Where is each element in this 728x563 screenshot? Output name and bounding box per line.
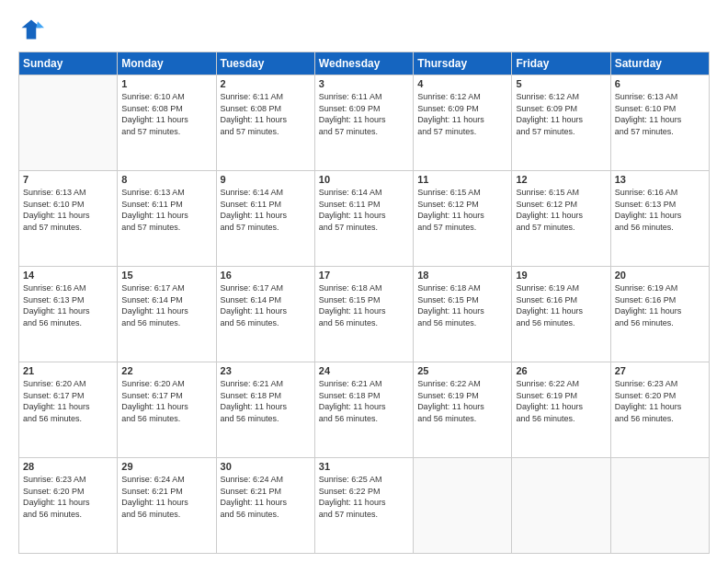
calendar-header: SundayMondayTuesdayWednesdayThursdayFrid… [19, 52, 710, 75]
day-info: Sunrise: 6:23 AM Sunset: 6:20 PM Dayligh… [23, 474, 113, 520]
day-info: Sunrise: 6:11 AM Sunset: 6:09 PM Dayligh… [319, 91, 409, 137]
day-info: Sunrise: 6:20 AM Sunset: 6:17 PM Dayligh… [23, 378, 113, 424]
day-number: 29 [121, 461, 211, 472]
day-info: Sunrise: 6:24 AM Sunset: 6:21 PM Dayligh… [221, 474, 311, 520]
day-number: 28 [23, 461, 113, 472]
day-number: 3 [319, 78, 409, 89]
weekday-header-row: SundayMondayTuesdayWednesdayThursdayFrid… [19, 52, 710, 75]
week-row-2: 7Sunrise: 6:13 AM Sunset: 6:10 PM Daylig… [19, 171, 710, 267]
calendar-cell: 22Sunrise: 6:20 AM Sunset: 6:17 PM Dayli… [118, 362, 216, 458]
day-info: Sunrise: 6:24 AM Sunset: 6:21 PM Dayligh… [121, 474, 211, 520]
day-number: 14 [23, 270, 113, 281]
day-info: Sunrise: 6:11 AM Sunset: 6:08 PM Dayligh… [221, 91, 311, 137]
calendar-cell: 28Sunrise: 6:23 AM Sunset: 6:20 PM Dayli… [19, 458, 118, 554]
calendar-cell: 2Sunrise: 6:11 AM Sunset: 6:08 PM Daylig… [216, 75, 314, 171]
calendar-cell: 13Sunrise: 6:16 AM Sunset: 6:13 PM Dayli… [610, 171, 709, 267]
svg-marker-1 [36, 21, 44, 28]
calendar-table: SundayMondayTuesdayWednesdayThursdayFrid… [18, 52, 710, 554]
calendar-cell: 16Sunrise: 6:17 AM Sunset: 6:14 PM Dayli… [216, 267, 314, 362]
day-number: 22 [121, 365, 211, 376]
day-info: Sunrise: 6:18 AM Sunset: 6:15 PM Dayligh… [417, 282, 507, 328]
calendar-cell: 26Sunrise: 6:22 AM Sunset: 6:19 PM Dayli… [512, 362, 610, 458]
calendar-cell: 4Sunrise: 6:12 AM Sunset: 6:09 PM Daylig… [414, 75, 512, 171]
calendar-cell: 12Sunrise: 6:15 AM Sunset: 6:12 PM Dayli… [512, 171, 610, 267]
day-info: Sunrise: 6:25 AM Sunset: 6:22 PM Dayligh… [319, 474, 409, 520]
calendar-cell: 5Sunrise: 6:12 AM Sunset: 6:09 PM Daylig… [512, 75, 610, 171]
week-row-5: 28Sunrise: 6:23 AM Sunset: 6:20 PM Dayli… [19, 458, 710, 554]
calendar-cell: 1Sunrise: 6:10 AM Sunset: 6:08 PM Daylig… [118, 75, 216, 171]
day-number: 15 [121, 270, 211, 281]
week-row-3: 14Sunrise: 6:16 AM Sunset: 6:13 PM Dayli… [19, 267, 710, 362]
day-number: 26 [516, 365, 606, 376]
calendar-cell: 9Sunrise: 6:14 AM Sunset: 6:11 PM Daylig… [216, 171, 314, 267]
page: SundayMondayTuesdayWednesdayThursdayFrid… [0, 0, 728, 563]
calendar-cell: 21Sunrise: 6:20 AM Sunset: 6:17 PM Dayli… [19, 362, 118, 458]
calendar-cell: 20Sunrise: 6:19 AM Sunset: 6:16 PM Dayli… [610, 267, 709, 362]
day-number: 10 [319, 174, 409, 185]
day-info: Sunrise: 6:19 AM Sunset: 6:16 PM Dayligh… [615, 282, 705, 328]
day-info: Sunrise: 6:17 AM Sunset: 6:14 PM Dayligh… [121, 282, 211, 328]
day-number: 31 [319, 461, 409, 472]
day-info: Sunrise: 6:23 AM Sunset: 6:20 PM Dayligh… [615, 378, 705, 424]
day-info: Sunrise: 6:21 AM Sunset: 6:18 PM Dayligh… [319, 378, 409, 424]
calendar-cell: 23Sunrise: 6:21 AM Sunset: 6:18 PM Dayli… [216, 362, 314, 458]
day-info: Sunrise: 6:20 AM Sunset: 6:17 PM Dayligh… [121, 378, 211, 424]
calendar-cell: 11Sunrise: 6:15 AM Sunset: 6:12 PM Dayli… [414, 171, 512, 267]
day-info: Sunrise: 6:16 AM Sunset: 6:13 PM Dayligh… [23, 282, 113, 328]
day-info: Sunrise: 6:13 AM Sunset: 6:10 PM Dayligh… [23, 187, 113, 233]
day-info: Sunrise: 6:12 AM Sunset: 6:09 PM Dayligh… [417, 91, 507, 137]
day-number: 20 [615, 270, 705, 281]
day-number: 24 [319, 365, 409, 376]
day-info: Sunrise: 6:16 AM Sunset: 6:13 PM Dayligh… [615, 187, 705, 233]
calendar-cell: 24Sunrise: 6:21 AM Sunset: 6:18 PM Dayli… [314, 362, 413, 458]
day-number: 9 [221, 174, 311, 185]
calendar-cell [512, 458, 610, 554]
day-info: Sunrise: 6:13 AM Sunset: 6:11 PM Dayligh… [121, 187, 211, 233]
calendar-cell: 31Sunrise: 6:25 AM Sunset: 6:22 PM Dayli… [314, 458, 413, 554]
logo [18, 17, 48, 42]
day-number: 11 [417, 174, 507, 185]
day-number: 4 [417, 78, 507, 89]
calendar-cell [610, 458, 709, 554]
day-info: Sunrise: 6:18 AM Sunset: 6:15 PM Dayligh… [319, 282, 409, 328]
weekday-header-monday: Monday [118, 52, 216, 75]
day-info: Sunrise: 6:12 AM Sunset: 6:09 PM Dayligh… [516, 91, 606, 137]
day-info: Sunrise: 6:10 AM Sunset: 6:08 PM Dayligh… [121, 91, 211, 137]
weekday-header-tuesday: Tuesday [216, 52, 314, 75]
day-info: Sunrise: 6:14 AM Sunset: 6:11 PM Dayligh… [319, 187, 409, 233]
week-row-4: 21Sunrise: 6:20 AM Sunset: 6:17 PM Dayli… [19, 362, 710, 458]
day-number: 5 [516, 78, 606, 89]
day-number: 7 [23, 174, 113, 185]
day-number: 13 [615, 174, 705, 185]
day-info: Sunrise: 6:14 AM Sunset: 6:11 PM Dayligh… [221, 187, 311, 233]
day-number: 17 [319, 270, 409, 281]
logo-icon [18, 17, 44, 42]
weekday-header-saturday: Saturday [610, 52, 709, 75]
day-number: 21 [23, 365, 113, 376]
day-number: 12 [516, 174, 606, 185]
calendar-cell: 3Sunrise: 6:11 AM Sunset: 6:09 PM Daylig… [314, 75, 413, 171]
calendar-cell: 25Sunrise: 6:22 AM Sunset: 6:19 PM Dayli… [414, 362, 512, 458]
weekday-header-friday: Friday [512, 52, 610, 75]
day-number: 18 [417, 270, 507, 281]
calendar-cell: 14Sunrise: 6:16 AM Sunset: 6:13 PM Dayli… [19, 267, 118, 362]
day-info: Sunrise: 6:13 AM Sunset: 6:10 PM Dayligh… [615, 91, 705, 137]
calendar-cell [19, 75, 118, 171]
day-number: 25 [417, 365, 507, 376]
calendar-cell: 30Sunrise: 6:24 AM Sunset: 6:21 PM Dayli… [216, 458, 314, 554]
calendar-body: 1Sunrise: 6:10 AM Sunset: 6:08 PM Daylig… [19, 75, 710, 554]
day-number: 1 [121, 78, 211, 89]
weekday-header-wednesday: Wednesday [314, 52, 413, 75]
calendar-cell: 27Sunrise: 6:23 AM Sunset: 6:20 PM Dayli… [610, 362, 709, 458]
day-number: 23 [221, 365, 311, 376]
day-info: Sunrise: 6:19 AM Sunset: 6:16 PM Dayligh… [516, 282, 606, 328]
calendar-cell: 8Sunrise: 6:13 AM Sunset: 6:11 PM Daylig… [118, 171, 216, 267]
calendar-cell [414, 458, 512, 554]
calendar-cell: 10Sunrise: 6:14 AM Sunset: 6:11 PM Dayli… [314, 171, 413, 267]
day-info: Sunrise: 6:22 AM Sunset: 6:19 PM Dayligh… [516, 378, 606, 424]
weekday-header-thursday: Thursday [414, 52, 512, 75]
calendar-cell: 18Sunrise: 6:18 AM Sunset: 6:15 PM Dayli… [414, 267, 512, 362]
header [18, 17, 710, 42]
day-info: Sunrise: 6:21 AM Sunset: 6:18 PM Dayligh… [221, 378, 311, 424]
day-number: 6 [615, 78, 705, 89]
